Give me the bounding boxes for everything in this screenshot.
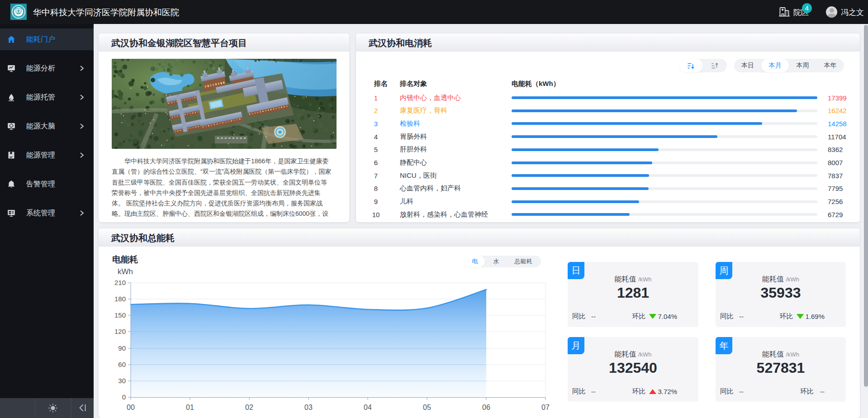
svg-text:150: 150 (114, 311, 126, 319)
svg-text:02: 02 (245, 404, 253, 411)
svg-text:90: 90 (118, 344, 126, 352)
svg-text:30: 30 (118, 377, 126, 385)
svg-text:05: 05 (423, 404, 431, 411)
svg-text:60: 60 (118, 361, 126, 368)
svg-text:180: 180 (114, 295, 126, 303)
svg-text:03: 03 (304, 404, 313, 411)
svg-text:210: 210 (114, 279, 126, 286)
svg-text:04: 04 (364, 404, 372, 411)
svg-text:07: 07 (541, 404, 550, 411)
svg-text:00: 00 (127, 404, 135, 411)
svg-text:kWh: kWh (118, 267, 133, 276)
svg-text:0: 0 (122, 393, 126, 401)
svg-text:120: 120 (114, 328, 126, 335)
svg-text:06: 06 (482, 404, 490, 411)
svg-text:01: 01 (186, 404, 194, 411)
